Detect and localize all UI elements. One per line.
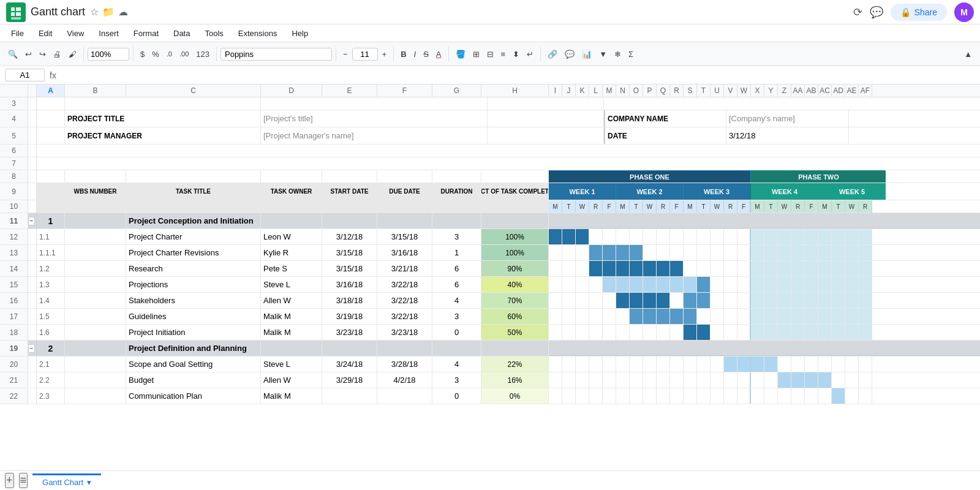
text-color-button[interactable]: A bbox=[433, 47, 445, 61]
add-sheet-button[interactable]: + bbox=[5, 473, 14, 488]
chart-button[interactable]: 📊 bbox=[579, 47, 595, 61]
col-header-c[interactable]: C bbox=[126, 85, 261, 97]
company-value[interactable]: [Company's name] bbox=[726, 110, 849, 127]
history-button[interactable]: ⟳ bbox=[853, 6, 862, 19]
col-header-w[interactable]: W bbox=[737, 85, 751, 97]
comment-button[interactable]: 💬 bbox=[870, 6, 883, 19]
col-header-s[interactable]: S bbox=[684, 85, 697, 97]
menu-format[interactable]: Format bbox=[127, 28, 165, 39]
cell-a3[interactable] bbox=[37, 97, 65, 110]
col-header-h[interactable]: H bbox=[481, 85, 549, 97]
font-name-input[interactable] bbox=[221, 48, 332, 61]
col-header-ab[interactable]: AB bbox=[805, 85, 818, 97]
cell-reference[interactable] bbox=[5, 69, 45, 81]
menu-insert[interactable]: Insert bbox=[92, 28, 125, 39]
project-title-value[interactable]: [Project's title] bbox=[261, 110, 488, 127]
col-header-j[interactable]: J bbox=[562, 85, 576, 97]
folder-icon[interactable]: 📁 bbox=[102, 6, 115, 18]
bold-button[interactable]: B bbox=[398, 47, 409, 61]
col-header-ae[interactable]: AE bbox=[845, 85, 859, 97]
col-header-d[interactable]: D bbox=[261, 85, 322, 97]
svg-rect-4 bbox=[16, 12, 21, 16]
cloud-icon[interactable]: ☁ bbox=[118, 6, 128, 18]
search-button[interactable]: 🔍 bbox=[5, 47, 21, 61]
cell-b3[interactable] bbox=[65, 97, 261, 110]
formula-input[interactable] bbox=[61, 70, 975, 80]
italic-button[interactable]: I bbox=[411, 47, 420, 61]
col-header-r[interactable]: R bbox=[670, 85, 684, 97]
col-header-z[interactable]: Z bbox=[778, 85, 791, 97]
menu-help[interactable]: Help bbox=[285, 28, 314, 39]
menu-edit[interactable]: Edit bbox=[32, 28, 58, 39]
share-button[interactable]: 🔒 Share bbox=[891, 4, 947, 21]
fx-icon: fx bbox=[50, 70, 56, 80]
cell-ef3[interactable] bbox=[261, 97, 488, 110]
col-header-y[interactable]: Y bbox=[764, 85, 778, 97]
menu-file[interactable]: File bbox=[5, 28, 30, 39]
percent-button[interactable]: % bbox=[149, 47, 162, 61]
wrap-button[interactable]: ↵ bbox=[524, 47, 537, 61]
col-header-g[interactable]: G bbox=[432, 85, 481, 97]
col-header-aa[interactable]: AA bbox=[791, 85, 805, 97]
strikethrough-button[interactable]: S bbox=[420, 47, 432, 61]
col-header-b[interactable]: B bbox=[65, 85, 126, 97]
collapse-toolbar-button[interactable]: ▲ bbox=[961, 47, 975, 61]
star-icon[interactable]: ☆ bbox=[90, 6, 99, 18]
valign-button[interactable]: ⬍ bbox=[510, 47, 522, 61]
fill-color-button[interactable]: 🪣 bbox=[453, 47, 469, 61]
gantt-chart-tab[interactable]: Gantt Chart ▾ bbox=[32, 473, 101, 489]
col-header-e[interactable]: E bbox=[322, 85, 377, 97]
menu-view[interactable]: View bbox=[61, 28, 90, 39]
menu-extensions[interactable]: Extensions bbox=[232, 28, 284, 39]
avatar[interactable]: M bbox=[954, 2, 974, 22]
col-header-ad[interactable]: AD bbox=[832, 85, 845, 97]
sum-button[interactable]: Σ bbox=[625, 47, 636, 61]
tab-label: Gantt Chart bbox=[42, 478, 83, 487]
font-size-input[interactable] bbox=[352, 48, 378, 61]
col-header-u[interactable]: U bbox=[710, 85, 724, 97]
col-header-k[interactable]: K bbox=[576, 85, 589, 97]
redo-button[interactable]: ↪ bbox=[36, 47, 49, 61]
format-123-button[interactable]: 123 bbox=[193, 47, 213, 61]
sheet-menu-button[interactable]: ≡ bbox=[19, 473, 28, 488]
col-header-x[interactable]: X bbox=[751, 85, 764, 97]
col-header-t[interactable]: T bbox=[697, 85, 710, 97]
menu-tools[interactable]: Tools bbox=[198, 28, 229, 39]
col-header-m[interactable]: M bbox=[603, 85, 616, 97]
col-header-v[interactable]: V bbox=[724, 85, 737, 97]
cell-gh3[interactable] bbox=[488, 97, 604, 110]
print-button[interactable]: 🖨 bbox=[50, 47, 64, 61]
manager-value[interactable]: [Project Manager's name] bbox=[261, 127, 488, 144]
merge-cells-button[interactable]: ⊟ bbox=[484, 47, 497, 61]
zoom-input[interactable] bbox=[88, 48, 129, 61]
undo-button[interactable]: ↩ bbox=[22, 47, 35, 61]
col-header-ac[interactable]: AC bbox=[818, 85, 832, 97]
filter-button[interactable]: ▼ bbox=[596, 47, 610, 61]
col-header-af[interactable]: AF bbox=[859, 85, 872, 97]
col-header-l[interactable]: L bbox=[589, 85, 603, 97]
link-button[interactable]: 🔗 bbox=[545, 47, 560, 61]
borders-button[interactable]: ⊞ bbox=[470, 47, 483, 61]
col-header-p[interactable]: P bbox=[643, 85, 657, 97]
col-header-n[interactable]: N bbox=[616, 85, 630, 97]
font-size-plus[interactable]: + bbox=[379, 47, 390, 61]
col-header-a[interactable]: A bbox=[37, 85, 65, 97]
cell-a4[interactable] bbox=[37, 110, 65, 127]
col-header-i[interactable]: I bbox=[549, 85, 562, 97]
collapse-section1[interactable]: − bbox=[28, 217, 35, 225]
col-header-f[interactable]: F bbox=[377, 85, 432, 97]
date-value[interactable]: 3/12/18 bbox=[726, 127, 849, 144]
font-size-minus[interactable]: − bbox=[340, 47, 351, 61]
comment-add-button[interactable]: 💬 bbox=[562, 47, 578, 61]
cell-a5[interactable] bbox=[37, 127, 65, 144]
align-button[interactable]: ≡ bbox=[498, 47, 509, 61]
paint-format-button[interactable]: 🖌 bbox=[66, 47, 80, 61]
col-header-o[interactable]: O bbox=[630, 85, 643, 97]
dec-plus-button[interactable]: .00 bbox=[176, 48, 192, 60]
menu-data[interactable]: Data bbox=[167, 28, 196, 39]
dec-minus-button[interactable]: .0 bbox=[164, 48, 175, 60]
col-header-q[interactable]: Q bbox=[657, 85, 670, 97]
freeze-button[interactable]: ❄ bbox=[611, 47, 624, 61]
collapse-section2[interactable]: − bbox=[28, 344, 35, 353]
currency-button[interactable]: $ bbox=[137, 47, 148, 61]
